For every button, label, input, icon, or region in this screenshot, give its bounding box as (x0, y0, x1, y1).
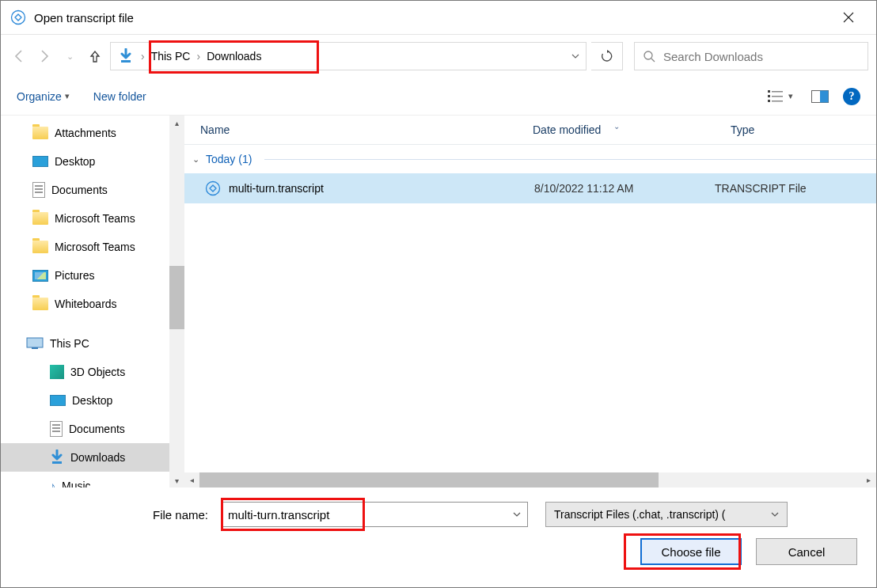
svg-point-14 (207, 182, 220, 195)
svg-rect-8 (772, 101, 783, 102)
scroll-right-icon[interactable]: ▸ (861, 472, 876, 487)
tree-item-label: Whiteboards (55, 298, 117, 310)
svg-point-2 (644, 51, 652, 59)
scroll-thumb[interactable] (169, 266, 184, 329)
filename-label: File name: (18, 508, 215, 522)
title-bar: Open transcript file (1, 1, 876, 35)
filename-row: File name: Transcript Files (.chat, .tra… (18, 502, 859, 527)
svg-rect-1 (121, 60, 131, 63)
tree-item-label: Microsoft Teams (55, 241, 135, 253)
divider (264, 159, 876, 160)
organize-menu[interactable]: Organize▾ (17, 90, 70, 103)
svg-point-0 (12, 11, 25, 25)
close-button[interactable] (830, 1, 867, 35)
tree-item[interactable]: Microsoft Teams (1, 204, 184, 233)
tree-item[interactable]: Desktop (1, 147, 184, 176)
tree-item-label: Attachments (55, 127, 116, 139)
tree-item-label: Desktop (72, 394, 112, 407)
chevron-down-icon: ▾ (788, 91, 793, 101)
cube-icon (50, 365, 64, 379)
column-name[interactable]: Name (184, 123, 533, 136)
tree-scrollbar[interactable]: ▴ ▾ (169, 116, 184, 487)
chevron-right-icon: › (139, 50, 146, 63)
tree-item-label: Pictures (55, 269, 95, 282)
filename-input[interactable] (221, 502, 528, 527)
breadcrumb[interactable]: › This PC › Downloads (110, 42, 587, 70)
tree-item[interactable]: Microsoft Teams (1, 233, 184, 261)
tree-item-label: Documents (51, 184, 108, 196)
organize-label: Organize (17, 90, 62, 103)
recent-dropdown[interactable]: ⌄ (59, 46, 80, 66)
filename-dropdown[interactable] (507, 503, 527, 526)
document-icon (50, 421, 63, 437)
folder-icon (32, 127, 48, 139)
svg-rect-7 (772, 96, 783, 97)
svg-rect-10 (820, 90, 829, 102)
breadcrumb-root[interactable]: This PC (146, 47, 196, 66)
column-headers: Name ⌄Date modified Type (184, 116, 876, 145)
svg-rect-13 (52, 461, 62, 464)
list-view-icon (768, 90, 784, 103)
group-label: Today (1) (206, 153, 252, 165)
tree-item-label: Music (62, 480, 91, 487)
desktop-icon (50, 395, 66, 406)
new-folder-button[interactable]: New folder (93, 90, 146, 103)
sort-desc-icon: ⌄ (613, 122, 620, 131)
tree-item-downloads[interactable]: Downloads (1, 443, 184, 472)
refresh-button[interactable] (591, 42, 623, 70)
forward-button[interactable] (34, 46, 55, 66)
tree-item[interactable]: Whiteboards (1, 290, 184, 318)
chevron-down-icon: ⌄ (192, 154, 199, 165)
scroll-up-icon[interactable]: ▴ (169, 116, 184, 130)
search-icon (643, 50, 655, 63)
chevron-right-icon: › (195, 50, 202, 63)
tree-item[interactable]: ♪Music (1, 472, 184, 487)
search-box[interactable] (634, 42, 868, 70)
tree-item[interactable]: Attachments (1, 119, 184, 147)
filter-label: Transcript Files (.chat, .transcript) ( (554, 508, 766, 521)
window-title: Open transcript file (34, 11, 830, 25)
back-button[interactable] (9, 46, 29, 66)
navigation-tree: Attachments Desktop Documents Microsoft … (1, 116, 184, 487)
column-date[interactable]: ⌄Date modified (533, 123, 731, 136)
music-icon: ♪ (50, 480, 55, 487)
app-icon (10, 9, 26, 25)
horizontal-scrollbar[interactable]: ◂ ▸ (184, 472, 876, 487)
tree-item[interactable]: Desktop (1, 386, 184, 415)
tree-item[interactable]: Pictures (1, 261, 184, 290)
tree-item[interactable]: Documents (1, 176, 184, 204)
svg-rect-3 (768, 90, 770, 93)
up-button[interactable] (85, 46, 105, 66)
bottom-panel: File name: Transcript Files (.chat, .tra… (1, 487, 876, 578)
file-type-filter[interactable]: Transcript Files (.chat, .transcript) ( (545, 502, 788, 527)
tree-item-label: Documents (69, 423, 125, 435)
svg-rect-5 (768, 100, 770, 102)
file-type: TRANSCRIPT File (715, 182, 876, 195)
scroll-thumb[interactable] (199, 472, 659, 487)
file-row[interactable]: multi-turn.transcript 8/10/2022 11:12 AM… (184, 173, 876, 203)
help-button[interactable]: ? (843, 88, 860, 105)
tree-item[interactable]: Documents (1, 415, 184, 443)
preview-pane-button[interactable] (811, 90, 829, 103)
scroll-down-icon[interactable]: ▾ (169, 473, 184, 487)
folder-icon (32, 298, 48, 310)
view-mode-button[interactable]: ▾ (764, 88, 797, 105)
main-area: Attachments Desktop Documents Microsoft … (1, 116, 876, 487)
file-name: multi-turn.transcript (229, 182, 324, 195)
folder-icon (32, 212, 48, 225)
tree-item[interactable]: 3D Objects (1, 358, 184, 386)
column-type[interactable]: Type (731, 123, 876, 136)
breadcrumb-current[interactable]: Downloads (202, 47, 266, 66)
search-input[interactable] (663, 50, 860, 63)
tree-item-this-pc[interactable]: This PC (1, 329, 184, 358)
group-header[interactable]: ⌄ Today (1) (184, 145, 876, 173)
document-icon (32, 182, 45, 198)
choose-file-button[interactable]: Choose file (640, 538, 742, 565)
tree-item-label: Microsoft Teams (55, 212, 135, 225)
breadcrumb-dropdown[interactable] (564, 43, 586, 70)
download-icon (50, 450, 64, 465)
address-bar-row: ⌄ › This PC › Downloads (1, 35, 876, 78)
cancel-button[interactable]: Cancel (756, 538, 857, 565)
scroll-left-icon[interactable]: ◂ (184, 472, 199, 487)
file-date: 8/10/2022 11:12 AM (517, 182, 715, 195)
